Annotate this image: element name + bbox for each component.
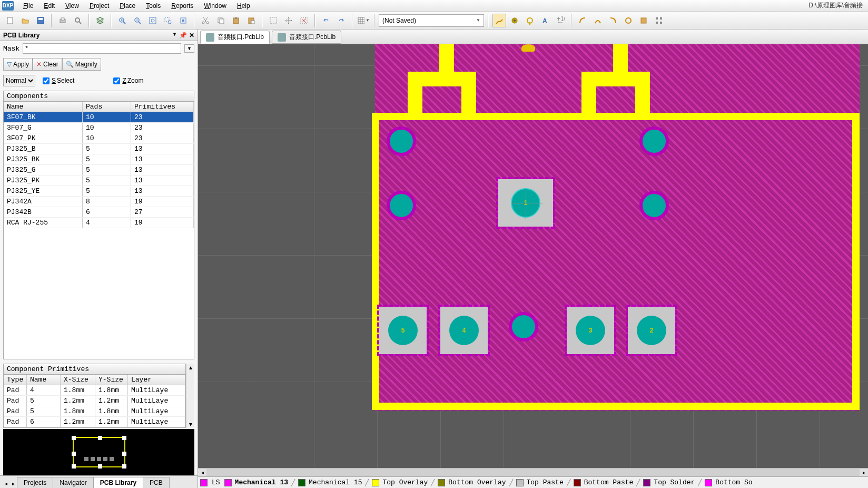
pad-2[interactable]: 2: [628, 307, 675, 354]
undo-icon[interactable]: [319, 14, 333, 27]
component-row[interactable]: PJ342B627: [4, 207, 194, 218]
clear-button[interactable]: ✕Clear: [33, 58, 62, 71]
place-fill-icon[interactable]: [637, 14, 650, 27]
layer-swatch[interactable]: [516, 479, 524, 486]
place-coord-icon[interactable]: +10,10: [554, 14, 567, 27]
zoom-out-icon[interactable]: [131, 14, 144, 27]
move-icon[interactable]: [282, 14, 295, 27]
primitive-row[interactable]: Pad51.2mm1.2mmMultiLaye: [4, 396, 185, 406]
paste-icon[interactable]: [229, 14, 243, 27]
grid-icon[interactable]: ▼: [357, 14, 370, 27]
zoom-area-icon[interactable]: [161, 14, 175, 27]
layer-label[interactable]: Bottom Paste: [584, 479, 634, 486]
menu-project[interactable]: Project: [84, 1, 114, 11]
component-row[interactable]: PJ325_B513: [4, 144, 194, 154]
paste-special-icon[interactable]: [244, 14, 258, 27]
primitive-row[interactable]: Pad41.8mm1.8mmMultiLaye: [4, 385, 185, 396]
component-row[interactable]: PJ325_G513: [4, 165, 194, 175]
save-icon[interactable]: [34, 14, 47, 27]
arc-any-icon[interactable]: [606, 14, 620, 27]
layer-swatch[interactable]: [298, 479, 305, 486]
layer-label[interactable]: Mechanical 13: [235, 479, 288, 486]
arc-edge-icon[interactable]: [591, 14, 605, 27]
pad-4[interactable]: 4: [440, 307, 488, 354]
component-row[interactable]: 3F07_PK1023: [4, 133, 194, 144]
full-circle-icon[interactable]: [622, 14, 635, 27]
ls-label[interactable]: LS: [212, 479, 220, 486]
panel-dropdown-icon[interactable]: ▼: [172, 32, 177, 39]
tab-pcb-library[interactable]: PCB Library: [93, 477, 143, 488]
layer-label[interactable]: Bottom Overlay: [448, 479, 506, 486]
place-via-icon[interactable]: [508, 14, 521, 27]
tab-scroll-right[interactable]: ▸: [9, 479, 17, 488]
menu-edit[interactable]: Edit: [38, 1, 60, 11]
print-icon[interactable]: [56, 14, 70, 27]
place-pad-icon[interactable]: [523, 14, 537, 27]
menu-window[interactable]: Window: [199, 1, 232, 11]
arc-center-icon[interactable]: [576, 14, 589, 27]
component-row[interactable]: PJ342A819: [4, 197, 194, 207]
menu-place[interactable]: Place: [114, 1, 141, 11]
pcb-canvas[interactable]: 1 5 4 3 2: [198, 44, 868, 468]
primitives-header[interactable]: Type Name X-Size Y-Size Layer: [4, 375, 185, 385]
layer-label[interactable]: Top Solder: [654, 479, 695, 486]
layer-swatch[interactable]: [224, 479, 232, 486]
tab-projects[interactable]: Projects: [17, 477, 53, 488]
horizontal-scrollbar[interactable]: ◂▸: [198, 468, 868, 476]
panel-pin-icon[interactable]: 📌: [179, 32, 187, 39]
pad-5[interactable]: 5: [379, 307, 427, 354]
place-string-icon[interactable]: A: [538, 14, 552, 27]
component-row[interactable]: 3F07_G1023: [4, 123, 194, 133]
document-tab[interactable]: 音频接口.PcbLib: [200, 31, 270, 44]
view-mode-select[interactable]: Normal: [3, 75, 35, 86]
menu-help[interactable]: Help: [232, 1, 255, 11]
select-checkbox[interactable]: SSelect: [43, 77, 74, 84]
mask-input[interactable]: [23, 43, 181, 54]
copy-icon[interactable]: [214, 14, 228, 27]
new-file-icon[interactable]: [3, 14, 17, 27]
center-via[interactable]: [509, 312, 538, 341]
components-header[interactable]: Name Pads Primitives: [4, 102, 194, 112]
component-row[interactable]: PJ325_BK513: [4, 154, 194, 165]
layer-label[interactable]: Mechanical 15: [309, 479, 362, 486]
menu-view[interactable]: View: [60, 1, 84, 11]
cut-icon[interactable]: [199, 14, 212, 27]
pad-3[interactable]: 3: [567, 307, 614, 354]
document-tab[interactable]: 音频接口.PcbLib: [272, 31, 341, 44]
layer-swatch[interactable]: [643, 479, 650, 486]
snap-combo[interactable]: (Not Saved) ▼: [379, 14, 484, 27]
layer-swatch[interactable]: [372, 479, 379, 486]
open-file-icon[interactable]: [18, 14, 32, 27]
layers-icon[interactable]: [93, 14, 107, 27]
pad-1[interactable]: 1: [498, 179, 553, 227]
layer-swatch[interactable]: [574, 479, 581, 486]
component-row[interactable]: PJ325_PK513: [4, 175, 194, 186]
primitive-row[interactable]: Pad61.2mm1.2mmMultiLaye: [4, 417, 185, 427]
primitives-scrollbar[interactable]: ▴▾: [186, 364, 194, 428]
place-array-icon[interactable]: [652, 14, 666, 27]
layer-label[interactable]: Top Paste: [527, 479, 564, 486]
component-row[interactable]: PJ325_YE513: [4, 186, 194, 197]
primitive-row[interactable]: Pad51.8mm1.8mmMultiLaye: [4, 406, 185, 417]
tab-pcb[interactable]: PCB: [143, 477, 170, 488]
zoom-in-icon[interactable]: [115, 14, 129, 27]
component-row[interactable]: 3F07_BK1023: [4, 112, 194, 123]
panel-close-icon[interactable]: ✕: [189, 32, 194, 39]
select-rect-icon[interactable]: [267, 14, 280, 27]
tab-scroll-left[interactable]: ◂: [2, 479, 9, 488]
apply-button[interactable]: ▽Apply: [3, 58, 33, 71]
redo-icon[interactable]: [334, 14, 348, 27]
menu-tools[interactable]: Tools: [141, 1, 166, 11]
zoom-fit-icon[interactable]: [146, 14, 160, 27]
ls-swatch[interactable]: [200, 479, 208, 486]
tab-navigator[interactable]: Navigator: [53, 477, 93, 488]
zoom-selected-icon[interactable]: [176, 14, 190, 27]
menu-file[interactable]: File: [18, 1, 38, 11]
layer-label[interactable]: Top Overlay: [382, 479, 428, 486]
layer-swatch[interactable]: [705, 479, 712, 486]
zoom-checkbox[interactable]: ZZoom: [113, 77, 143, 84]
component-row[interactable]: RCA RJ-255419: [4, 218, 194, 228]
chevron-down-icon[interactable]: ▼: [184, 44, 194, 53]
layer-swatch[interactable]: [438, 479, 445, 486]
route-track-icon[interactable]: [492, 14, 506, 27]
